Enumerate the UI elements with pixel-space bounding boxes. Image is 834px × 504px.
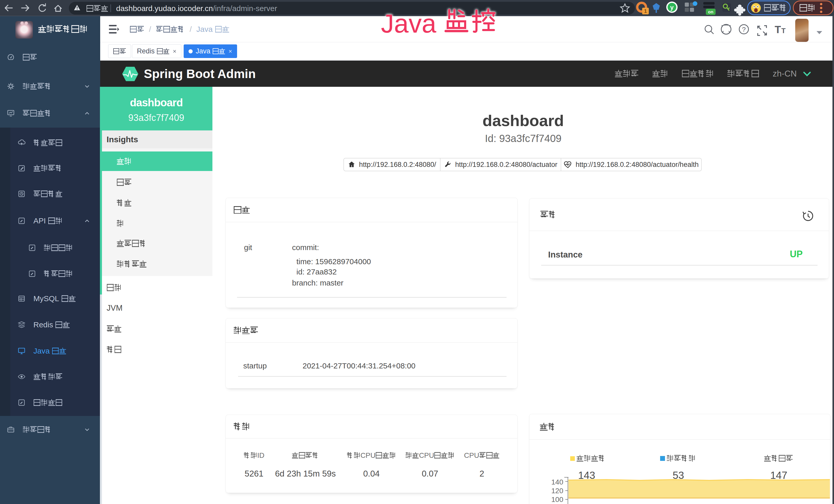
svg-text:1: 1 <box>644 8 647 14</box>
svg-text:T: T <box>775 24 781 35</box>
svg-text:?: ? <box>742 26 746 33</box>
svg-text:100: 100 <box>551 496 563 503</box>
svg-text:T: T <box>781 27 786 35</box>
svg-text:120: 120 <box>551 487 563 495</box>
svg-text:140: 140 <box>551 478 563 486</box>
svg-text:on: on <box>708 9 714 15</box>
svg-text:y: y <box>670 4 674 11</box>
